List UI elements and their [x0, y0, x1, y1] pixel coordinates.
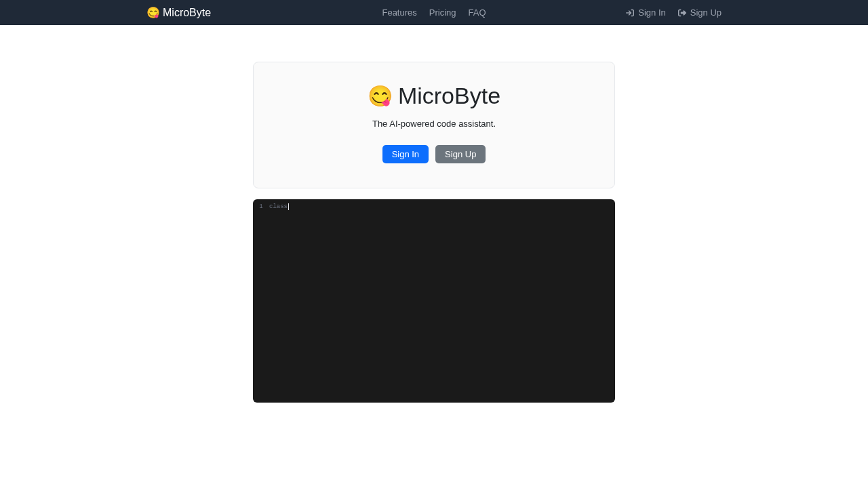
editor-text: class: [269, 203, 288, 210]
brand-emoji-icon: 😋: [146, 6, 160, 19]
nav-link-faq[interactable]: FAQ: [469, 7, 486, 18]
line-content: class: [269, 203, 289, 210]
hero-subtitle: The AI-powered code assistant.: [281, 119, 587, 129]
nav-link-features[interactable]: Features: [382, 7, 416, 18]
nav-link-pricing[interactable]: Pricing: [429, 7, 456, 18]
hero-title: 😋 MicroByte: [281, 83, 587, 109]
nav-link-signin[interactable]: Sign In: [626, 7, 665, 18]
code-editor[interactable]: 1 class: [253, 199, 615, 403]
hero-emoji-icon: 😋: [368, 84, 393, 108]
hero-signup-button[interactable]: Sign Up: [435, 145, 486, 163]
hero-signin-button[interactable]: Sign In: [382, 145, 429, 163]
signin-label: Sign In: [638, 7, 665, 18]
navbar-center-links: Features Pricing FAQ: [382, 7, 486, 18]
editor-cursor-icon: [288, 203, 289, 210]
signin-icon: [626, 9, 634, 17]
hero-title-text: MicroByte: [398, 83, 500, 109]
hero-card: 😋 MicroByte The AI-powered code assistan…: [253, 62, 615, 188]
navbar-brand-container: 😋 MicroByte: [146, 6, 211, 19]
signup-icon: [678, 9, 686, 17]
signup-label: Sign Up: [690, 7, 722, 18]
hero-buttons: Sign In Sign Up: [281, 145, 587, 163]
navbar-brand-link[interactable]: 😋 MicroByte: [146, 6, 211, 19]
editor-line: 1 class: [253, 203, 615, 210]
line-number: 1: [253, 203, 269, 210]
brand-text: MicroByte: [163, 7, 211, 19]
nav-link-signup[interactable]: Sign Up: [678, 7, 722, 18]
navbar-auth-links: Sign In Sign Up: [626, 7, 722, 18]
main-container: 😋 MicroByte The AI-powered code assistan…: [253, 62, 615, 403]
navbar: 😋 MicroByte Features Pricing FAQ Sign In…: [0, 0, 868, 25]
